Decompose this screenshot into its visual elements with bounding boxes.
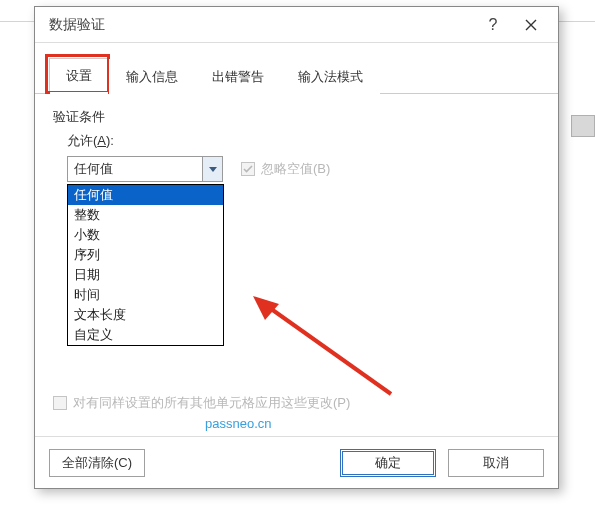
- button-row: 全部清除(C) 确定 取消: [35, 436, 558, 488]
- dialog-title: 数据验证: [43, 16, 474, 34]
- dropdown-item-whole-number[interactable]: 整数: [68, 205, 223, 225]
- ignore-blank-label: 忽略空值(B): [261, 160, 330, 178]
- tab-label: 设置: [66, 68, 92, 83]
- allow-combobox-button[interactable]: [202, 157, 222, 181]
- close-icon: [525, 19, 537, 31]
- tab-label: 输入法模式: [298, 69, 363, 84]
- watermark-text: passneo.cn: [205, 416, 272, 431]
- ignore-blank-checkbox: 忽略空值(B): [241, 160, 330, 178]
- dropdown-item-decimal[interactable]: 小数: [68, 225, 223, 245]
- dropdown-item-text-length[interactable]: 文本长度: [68, 305, 223, 325]
- help-button[interactable]: ?: [474, 9, 512, 41]
- dropdown-item-list[interactable]: 序列: [68, 245, 223, 265]
- tab-error-alert[interactable]: 出错警告: [195, 59, 281, 94]
- button-label: 全部清除(C): [62, 454, 132, 472]
- dropdown-item-custom[interactable]: 自定义: [68, 325, 223, 345]
- validation-criteria-label: 验证条件: [53, 108, 540, 126]
- tab-row: 设置 输入信息 出错警告 输入法模式: [35, 43, 558, 94]
- chevron-down-icon: [209, 167, 217, 172]
- tab-ime-mode[interactable]: 输入法模式: [281, 59, 380, 94]
- checkbox-box: [241, 162, 255, 176]
- allow-combobox[interactable]: 任何值: [67, 156, 223, 182]
- tab-settings[interactable]: 设置: [49, 58, 109, 94]
- dropdown-item-date[interactable]: 日期: [68, 265, 223, 285]
- checkbox-box: [53, 396, 67, 410]
- apply-all-label: 对有同样设置的所有其他单元格应用这些更改(P): [73, 394, 350, 412]
- allow-combobox-value: 任何值: [68, 157, 202, 181]
- tab-label: 输入信息: [126, 69, 178, 84]
- cancel-button[interactable]: 取消: [448, 449, 544, 477]
- settings-panel: 验证条件 允许(A): 任何值 忽略空值(B) 任何值 整数 小数 序列: [35, 94, 558, 436]
- titlebar: 数据验证 ?: [35, 7, 558, 43]
- svg-line-0: [267, 306, 391, 394]
- data-validation-dialog: 数据验证 ? 设置 输入信息 出错警告 输入法模式 验证条件 允许(A): 任何…: [34, 6, 559, 489]
- close-button[interactable]: [512, 9, 550, 41]
- allow-dropdown-list[interactable]: 任何值 整数 小数 序列 日期 时间 文本长度 自定义: [67, 184, 224, 346]
- help-icon: ?: [489, 16, 498, 34]
- svg-marker-1: [253, 296, 279, 320]
- tab-label: 出错警告: [212, 69, 264, 84]
- button-label: 取消: [483, 454, 509, 472]
- ok-button[interactable]: 确定: [340, 449, 436, 477]
- apply-all-checkbox: 对有同样设置的所有其他单元格应用这些更改(P): [53, 394, 350, 412]
- button-label: 确定: [375, 454, 401, 472]
- dropdown-item-any-value[interactable]: 任何值: [68, 185, 223, 205]
- dropdown-item-time[interactable]: 时间: [68, 285, 223, 305]
- annotation-arrow: [251, 294, 401, 404]
- allow-label: 允许(A):: [67, 132, 540, 150]
- tab-input-message[interactable]: 输入信息: [109, 59, 195, 94]
- check-icon: [243, 165, 253, 173]
- clear-all-button[interactable]: 全部清除(C): [49, 449, 145, 477]
